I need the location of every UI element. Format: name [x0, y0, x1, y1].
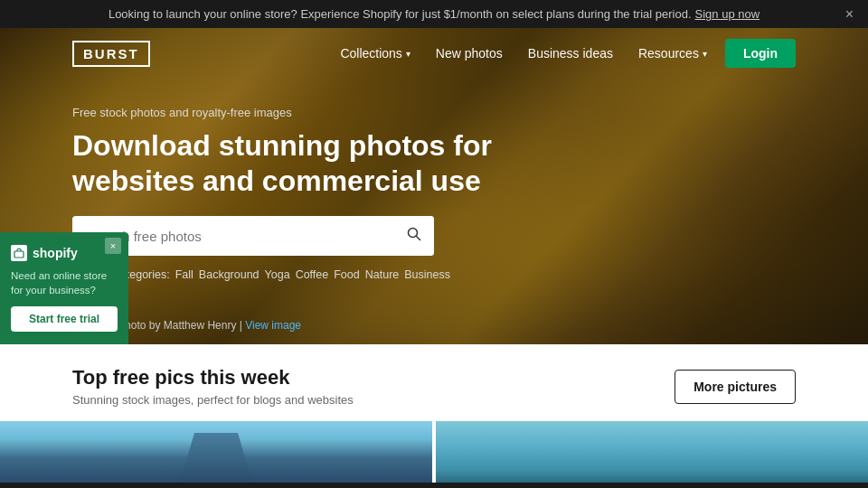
shopify-trial-button[interactable]: Start free trial: [11, 306, 118, 332]
popular-categories: Popular categories: Fall Background Yoga…: [72, 268, 597, 281]
shopify-bag-icon: [11, 245, 27, 261]
shopify-brand-name: shopify: [33, 246, 78, 260]
navbar: BURST Collections ▾ New photos Business …: [0, 28, 868, 79]
section-subtitle: Stunning stock images, perfect for blogs…: [72, 393, 354, 407]
shopify-logo-row: shopify: [11, 245, 118, 261]
announcement-link[interactable]: Sign up now: [695, 7, 760, 21]
photo-card-2[interactable]: [436, 421, 868, 483]
chevron-down-icon: ▾: [406, 49, 410, 59]
nav-collections[interactable]: Collections ▾: [340, 46, 410, 61]
nav-links: Collections ▾ New photos Business ideas …: [340, 46, 707, 61]
nav-resources[interactable]: Resources ▾: [638, 46, 707, 61]
category-nature[interactable]: Nature: [365, 268, 400, 281]
bottom-section: Top free pics this week Stunning stock i…: [0, 344, 868, 483]
announcement-bar: Looking to launch your online store? Exp…: [0, 0, 868, 28]
category-yoga[interactable]: Yoga: [265, 268, 290, 281]
hero-section: BURST Collections ▾ New photos Business …: [0, 28, 868, 344]
bag-icon: [14, 248, 24, 258]
view-image-link[interactable]: View image: [245, 319, 301, 332]
photo-grid: [0, 421, 868, 483]
hero-title: Download stunning photos for websites an…: [72, 128, 597, 198]
hero-content: Free stock photos and royalty-free image…: [72, 106, 597, 281]
logo[interactable]: BURST: [72, 41, 150, 67]
nav-new-photos[interactable]: New photos: [436, 46, 503, 61]
category-background[interactable]: Background: [199, 268, 259, 281]
shopify-popup-heading: Need an online store for your business?: [11, 268, 118, 297]
login-button[interactable]: Login: [725, 39, 796, 68]
shopify-popup: × shopify Need an online store for your …: [0, 232, 128, 344]
section-header: Top free pics this week Stunning stock i…: [72, 366, 354, 407]
popup-close-button[interactable]: ×: [105, 238, 121, 254]
category-coffee[interactable]: Coffee: [296, 268, 329, 281]
photo-card-1[interactable]: [0, 421, 432, 483]
chevron-down-icon-resources: ▾: [703, 49, 707, 59]
bottom-header: Top free pics this week Stunning stock i…: [0, 344, 868, 421]
svg-rect-2: [14, 251, 24, 258]
announcement-close-button[interactable]: ×: [845, 7, 854, 22]
search-icon: [407, 227, 421, 241]
category-business[interactable]: Business: [404, 268, 450, 281]
category-food[interactable]: Food: [334, 268, 360, 281]
category-fall[interactable]: Fall: [175, 268, 193, 281]
hero-subtitle: Free stock photos and royalty-free image…: [72, 106, 597, 119]
svg-line-1: [417, 237, 420, 240]
search-button[interactable]: [394, 216, 434, 256]
announcement-text: Looking to launch your online store? Exp…: [108, 7, 692, 21]
section-title: Top free pics this week: [72, 366, 354, 389]
more-pictures-button[interactable]: More pictures: [675, 370, 796, 404]
nav-business-ideas[interactable]: Business ideas: [528, 46, 613, 61]
